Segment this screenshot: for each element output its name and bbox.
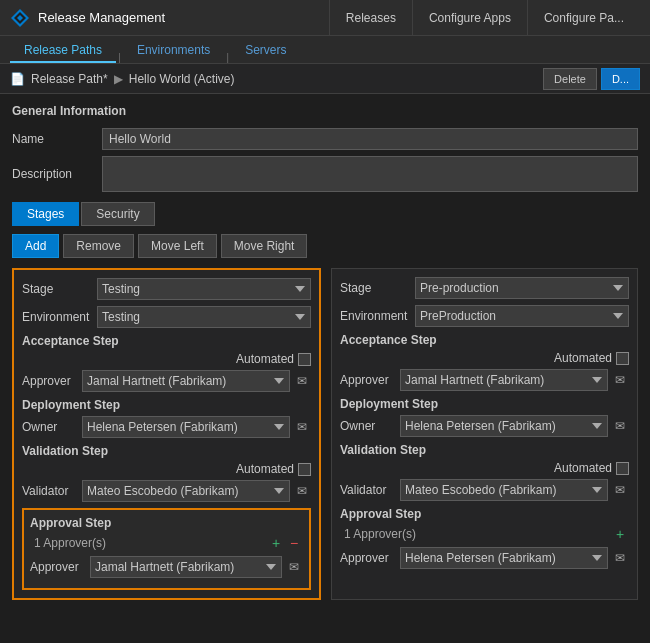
stage2-approval-header: Approval Step <box>340 507 629 521</box>
name-input[interactable] <box>102 128 638 150</box>
stage2-automated-checkbox1[interactable] <box>616 352 629 365</box>
stage1-approver-select[interactable]: Jamal Hartnett (Fabrikam) <box>82 370 290 392</box>
tab-security[interactable]: Security <box>81 202 154 226</box>
add-stage-button[interactable]: Add <box>12 234 59 258</box>
stage2-approval-title: Approval Step <box>340 507 421 521</box>
stage2-env-row: Environment PreProduction <box>340 305 629 327</box>
nav-sep-2: | <box>224 51 231 63</box>
stage2-automated-checkbox2[interactable] <box>616 462 629 475</box>
tab-releases[interactable]: Releases <box>329 0 412 36</box>
stage1-env-row: Environment Testing <box>22 306 311 328</box>
stage2-validation-title: Validation Step <box>340 443 629 457</box>
name-row: Name <box>12 128 638 150</box>
stage1-approval-approver-row: Approver Jamal Hartnett (Fabrikam) ✉ <box>30 556 303 578</box>
tab-stages[interactable]: Stages <box>12 202 79 226</box>
nav-tab-environments[interactable]: Environments <box>123 39 224 63</box>
stage2-validator-label: Validator <box>340 483 400 497</box>
stage1-approval-title: Approval Step <box>30 516 111 530</box>
stage2-automated-label1: Automated <box>554 351 612 365</box>
stage-card-testing: Stage Testing Environment Testing Accept… <box>12 268 321 600</box>
breadcrumb-item: Release Path* <box>31 72 108 86</box>
stage1-owner-label: Owner <box>22 420 82 434</box>
stage-toolbar: Add Remove Move Left Move Right <box>12 234 638 258</box>
stage2-validator-email-icon[interactable]: ✉ <box>611 481 629 499</box>
stage2-approval-email-icon[interactable]: ✉ <box>611 549 629 567</box>
title-bar: Release Management Releases Configure Ap… <box>0 0 650 36</box>
stage2-env-select[interactable]: PreProduction <box>415 305 629 327</box>
description-input[interactable] <box>102 156 638 192</box>
stage1-owner-row: Owner Helena Petersen (Fabrikam) ✉ <box>22 416 311 438</box>
stage1-approval-approver-select[interactable]: Jamal Hartnett (Fabrikam) <box>90 556 282 578</box>
stage2-owner-row: Owner Helena Petersen (Fabrikam) ✉ <box>340 415 629 437</box>
stage1-remove-approver-button[interactable]: − <box>285 534 303 552</box>
stage2-approver-row: Approver Jamal Hartnett (Fabrikam) ✉ <box>340 369 629 391</box>
breadcrumb-actions: Delete D... <box>543 68 640 90</box>
stage2-approver-select[interactable]: Jamal Hartnett (Fabrikam) <box>400 369 608 391</box>
stage2-stage-row: Stage Pre-production <box>340 277 629 299</box>
stage1-stage-select[interactable]: Testing <box>97 278 311 300</box>
app-title: Release Management <box>38 10 165 25</box>
stage1-automated-row1: Automated <box>22 352 311 366</box>
app-icon <box>10 8 30 28</box>
save-button[interactable]: D... <box>601 68 640 90</box>
stage2-approval-approver-select[interactable]: Helena Petersen (Fabrikam) <box>400 547 608 569</box>
stage1-owner-email-icon[interactable]: ✉ <box>293 418 311 436</box>
move-left-button[interactable]: Move Left <box>138 234 217 258</box>
stage2-deployment-title: Deployment Step <box>340 397 629 411</box>
section-general: General Information <box>12 104 638 118</box>
stage2-approval-approver-label: Approver <box>340 551 400 565</box>
stage2-approval-section: Approval Step 1 Approver(s) + Approver H… <box>340 507 629 569</box>
stage2-owner-email-icon[interactable]: ✉ <box>611 417 629 435</box>
breadcrumb-current: Hello World (Active) <box>129 72 235 86</box>
section-tabs: Stages Security <box>12 202 638 226</box>
stage1-stage-label: Stage <box>22 282 97 296</box>
stage2-approver-email-icon[interactable]: ✉ <box>611 371 629 389</box>
stage2-automated-row2: Automated <box>340 461 629 475</box>
stage2-validator-select[interactable]: Mateo Escobedo (Fabrikam) <box>400 479 608 501</box>
stage2-env-label: Environment <box>340 309 415 323</box>
stage2-stage-label: Stage <box>340 281 415 295</box>
stage1-approval-email-icon[interactable]: ✉ <box>285 558 303 576</box>
title-tab-bar: Releases Configure Apps Configure Pa... <box>329 0 640 36</box>
move-right-button[interactable]: Move Right <box>221 234 308 258</box>
stage1-automated-label1: Automated <box>236 352 294 366</box>
stage1-approval-approver-label: Approver <box>30 560 90 574</box>
nav-tab-servers[interactable]: Servers <box>231 39 300 63</box>
stage1-approval-header: Approval Step <box>30 516 303 530</box>
stage1-validator-row: Validator Mateo Escobedo (Fabrikam) ✉ <box>22 480 311 502</box>
stage2-add-approver-button[interactable]: + <box>611 525 629 543</box>
remove-stage-button[interactable]: Remove <box>63 234 134 258</box>
description-label: Description <box>12 167 102 181</box>
tab-configure-pa[interactable]: Configure Pa... <box>527 0 640 36</box>
stage1-approvers-count-row: 1 Approver(s) + − <box>30 534 303 552</box>
delete-button[interactable]: Delete <box>543 68 597 90</box>
stage2-stage-select[interactable]: Pre-production <box>415 277 629 299</box>
breadcrumb-icon: 📄 <box>10 72 25 86</box>
stage2-automated-label2: Automated <box>554 461 612 475</box>
stage1-stage-row: Stage Testing <box>22 278 311 300</box>
stage1-acceptance-title: Acceptance Step <box>22 334 311 348</box>
stage1-approval-section: Approval Step 1 Approver(s) + − Approver… <box>22 508 311 590</box>
stage1-automated-label2: Automated <box>236 462 294 476</box>
stage1-approver-email-icon[interactable]: ✉ <box>293 372 311 390</box>
tab-configure-apps[interactable]: Configure Apps <box>412 0 527 36</box>
nav-sep-1: | <box>116 51 123 63</box>
stage1-env-select[interactable]: Testing <box>97 306 311 328</box>
stage2-approval-approver-row: Approver Helena Petersen (Fabrikam) ✉ <box>340 547 629 569</box>
breadcrumb-arrow: ▶ <box>114 72 123 86</box>
stage2-approver-label: Approver <box>340 373 400 387</box>
stage1-automated-checkbox1[interactable] <box>298 353 311 366</box>
stage1-automated-row2: Automated <box>22 462 311 476</box>
stage1-validator-email-icon[interactable]: ✉ <box>293 482 311 500</box>
stage2-acceptance-title: Acceptance Step <box>340 333 629 347</box>
stage1-automated-checkbox2[interactable] <box>298 463 311 476</box>
stage1-validator-label: Validator <box>22 484 82 498</box>
stage1-owner-select[interactable]: Helena Petersen (Fabrikam) <box>82 416 290 438</box>
stage2-validator-row: Validator Mateo Escobedo (Fabrikam) ✉ <box>340 479 629 501</box>
stage1-approver-row: Approver Jamal Hartnett (Fabrikam) ✉ <box>22 370 311 392</box>
stage1-validator-select[interactable]: Mateo Escobedo (Fabrikam) <box>82 480 290 502</box>
nav-tabs: Release Paths | Environments | Servers <box>0 36 650 64</box>
nav-tab-release-paths[interactable]: Release Paths <box>10 39 116 63</box>
stage2-owner-select[interactable]: Helena Petersen (Fabrikam) <box>400 415 608 437</box>
stage1-add-approver-button[interactable]: + <box>267 534 285 552</box>
